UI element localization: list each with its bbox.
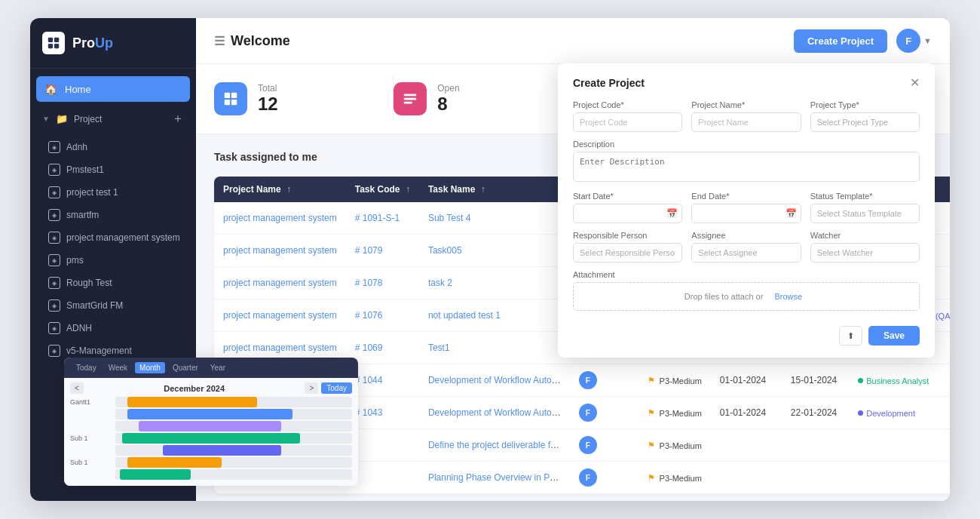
label-description: Description (573, 140, 920, 149)
cell-task: Development of Workflow Automation Modul… (419, 397, 570, 429)
assignee-avatar: F (579, 371, 597, 389)
gantt-bar (127, 397, 258, 407)
select-responsible[interactable]: Select Responsible Person (573, 243, 682, 263)
cell-project: project management system (214, 299, 346, 332)
create-project-button[interactable]: Create Project (794, 29, 887, 53)
avatar[interactable]: F (896, 29, 920, 53)
form-group-type: Project Type* Select Project Type (810, 100, 920, 132)
code-link[interactable]: # 1078 (355, 278, 383, 288)
task-link[interactable]: Development of Workflow Automation Modul… (428, 375, 570, 385)
task-link[interactable]: Sub Test 4 (428, 213, 470, 223)
cell-priority: ⚑P3-Medium (639, 364, 711, 397)
gantt-tab-quarter[interactable]: Quarter (168, 362, 203, 373)
cell-start-date: 01-01-2024 (711, 397, 782, 429)
gantt-next-button[interactable]: > (305, 382, 318, 394)
gantt-header: Today Week Month Quarter Year (64, 358, 358, 378)
task-link[interactable]: not updated test 1 (428, 310, 501, 321)
folder-icon: 📁 (56, 113, 68, 124)
sidebar-item-pms-short[interactable]: ◈ pms (30, 249, 196, 272)
sidebar-item-adnh[interactable]: ◈ Adnh (30, 136, 196, 158)
task-link[interactable]: Test1 (428, 342, 450, 353)
select-watcher[interactable]: Select Watcher (810, 243, 920, 263)
label-project-type: Project Type* (810, 100, 920, 109)
form-row-description: Description (573, 140, 920, 184)
gantt-tab-month[interactable]: Month (135, 362, 165, 373)
input-project-name[interactable] (691, 112, 801, 132)
user-menu[interactable]: F ▼ (896, 29, 932, 53)
gantt-tab-today[interactable]: Today (72, 362, 101, 373)
gantt-track (115, 433, 352, 444)
col-task-name[interactable]: Task Name ↑ (419, 177, 570, 202)
svg-rect-3 (54, 44, 59, 48)
logo-icon (42, 32, 65, 54)
gantt-track (115, 445, 352, 456)
project-name: project test 1 (66, 187, 118, 198)
code-link[interactable]: # 1044 (355, 375, 383, 385)
task-link[interactable]: Task005 (428, 245, 462, 256)
browse-button[interactable]: Browse (768, 290, 808, 302)
stat-value-open: 8 (437, 94, 459, 115)
sidebar-item-adnh2[interactable]: ◈ ADNH (30, 317, 196, 339)
sidebar-item-rough-test[interactable]: ◈ Rough Test (30, 272, 196, 294)
sidebar-item-smartgrid-fm[interactable]: ◈ SmartGrid FM (30, 294, 196, 317)
project-dot: ◈ (48, 277, 60, 289)
task-link[interactable]: Define the project deliverable for the p… (428, 440, 570, 450)
task-link[interactable]: task 2 (428, 278, 452, 288)
cell-task: Planning Phase Overview in PMS (419, 462, 570, 494)
col-project-name[interactable]: Project Name ↑ (214, 177, 346, 202)
form-group-name: Project Name* (691, 100, 801, 132)
code-link[interactable]: # 1091-S-1 (355, 213, 400, 223)
gantt-bar (127, 409, 293, 419)
form-group-description: Description (573, 140, 920, 184)
task-link[interactable]: Planning Phase Overview in PMS (428, 472, 563, 483)
gantt-prev-button[interactable]: < (70, 382, 84, 394)
task-link[interactable]: Development of Workflow Automation Modul… (428, 407, 570, 418)
app-logo: ProUp (30, 18, 196, 69)
cell-task: Sub Test 4 (419, 202, 570, 235)
select-assignee[interactable]: Select Assignee (691, 243, 801, 263)
textarea-description[interactable] (573, 152, 920, 182)
attachment-drop-zone[interactable]: Drop files to attach or Browse (573, 282, 920, 311)
project-section-header[interactable]: ▼ 📁 Project ＋ (42, 106, 184, 131)
status-text: Business Analyst (866, 376, 929, 385)
sidebar-item-smartfm[interactable]: ◈ smartfm (30, 204, 196, 226)
project-link[interactable]: project management system (223, 310, 337, 321)
modal-close-button[interactable]: ✕ (910, 75, 920, 90)
project-link[interactable]: project management system (223, 245, 337, 256)
gantt-row (70, 421, 352, 431)
select-status-template[interactable]: Select Status Template (810, 204, 920, 223)
project-dot: ◈ (48, 299, 60, 312)
gantt-month-label: December 2024 (87, 384, 302, 393)
cell-task: Development of Workflow Automation Modul… (419, 364, 570, 397)
project-name: ADNH (66, 323, 92, 333)
gantt-tab-year[interactable]: Year (206, 362, 230, 373)
add-project-icon[interactable]: ＋ (172, 111, 184, 127)
project-link[interactable]: project management system (223, 342, 337, 353)
label-assignee: Assignee (691, 231, 801, 240)
chevron-icon: ▼ (42, 115, 50, 123)
cell-assignee: F (570, 397, 639, 429)
sidebar-item-home[interactable]: 🏠 Home (36, 76, 190, 102)
gantt-today-button[interactable]: Today (321, 382, 352, 394)
stat-label-total: Total (258, 83, 278, 94)
code-link[interactable]: # 1043 (355, 407, 383, 418)
code-link[interactable]: # 1079 (355, 245, 383, 256)
gantt-controls: < December 2024 > Today (70, 382, 352, 394)
stat-label-open: Open (437, 83, 459, 94)
col-task-code[interactable]: Task Code ↑ (346, 177, 419, 202)
project-link[interactable]: project management system (223, 213, 337, 223)
save-button[interactable]: Save (868, 326, 920, 345)
gantt-tab-week[interactable]: Week (104, 362, 132, 373)
upload-button[interactable]: ⬆ (839, 326, 862, 345)
project-link[interactable]: project management system (223, 278, 337, 288)
input-project-code[interactable] (573, 112, 682, 132)
sidebar-item-pms[interactable]: ◈ project management system (30, 226, 196, 249)
code-link[interactable]: # 1069 (355, 342, 383, 353)
sidebar-item-pmstest1[interactable]: ◈ Pmstest1 (30, 158, 196, 181)
page-title: ☰ Welcome (214, 33, 290, 49)
sidebar-item-project-test-1[interactable]: ◈ project test 1 (30, 181, 196, 204)
code-link[interactable]: # 1076 (355, 310, 383, 321)
cell-task: Define the project deliverable for the p… (419, 429, 570, 462)
select-project-type[interactable]: Select Project Type (810, 112, 920, 132)
label-project-code: Project Code* (573, 100, 682, 109)
